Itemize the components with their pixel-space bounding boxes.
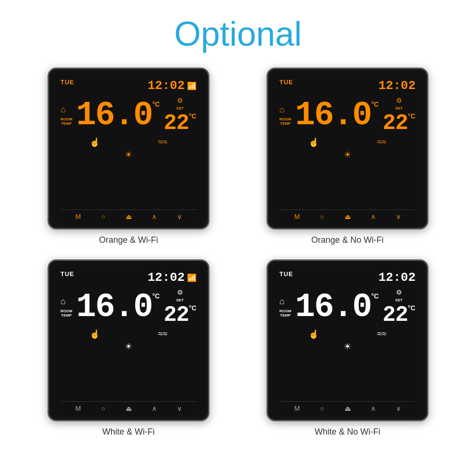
sun-icon: ☀ bbox=[344, 149, 351, 160]
button-down[interactable]: ∨ bbox=[177, 405, 182, 412]
home-icon: ⌂ bbox=[60, 297, 72, 307]
caption-white-wifi: White & Wi-Fi bbox=[102, 427, 155, 437]
button-row: M ○ ⏏ ∧ ∨ bbox=[279, 209, 416, 220]
celsius-set: °C bbox=[408, 112, 416, 120]
thermostat-device-white-no-wifi: TUE 12:02 ⌂ ROOMTEMP 16.0 °C bbox=[267, 259, 428, 421]
celsius-current: °C bbox=[371, 292, 379, 300]
button-down[interactable]: ∨ bbox=[396, 405, 401, 412]
home-icon: ⌂ bbox=[279, 297, 291, 307]
celsius-set: °C bbox=[189, 112, 197, 120]
set-label: SET bbox=[395, 298, 403, 302]
celsius-set: °C bbox=[408, 304, 416, 312]
day-label: TUE bbox=[60, 270, 74, 278]
room-temp-label: ROOMTEMP bbox=[60, 118, 72, 126]
time-wifi: 12:02 📶 bbox=[148, 79, 197, 93]
gear-icon: ⚙ bbox=[177, 97, 183, 104]
current-temp-block: 16.0 °C bbox=[295, 100, 379, 130]
right-section: ⚙ SET 22 °C bbox=[164, 288, 197, 326]
thermostat-cell-white-wifi: TUE 12:02 📶 ⌂ ROOMTEMP 16.0 °C bbox=[29, 259, 228, 437]
gear-icon: ⚙ bbox=[396, 288, 402, 296]
right-section: ⚙ SET 22 °C bbox=[164, 97, 197, 134]
hand-icon: ☝ bbox=[308, 329, 319, 339]
top-row: TUE 12:02 📶 bbox=[60, 270, 197, 285]
set-label: SET bbox=[176, 298, 184, 302]
thermostat-cell-white-no-wifi: TUE 12:02 ⌂ ROOMTEMP 16.0 °C bbox=[248, 259, 447, 437]
time-wifi: 12:02 bbox=[378, 270, 416, 285]
sun-icon: ☀ bbox=[344, 341, 351, 352]
celsius-current: °C bbox=[152, 292, 160, 300]
set-temp: 22 bbox=[383, 112, 408, 134]
sun-icon: ☀ bbox=[125, 149, 132, 160]
thermostat-device-orange-wifi: TUE 12:02 📶 ⌂ ROOMTEMP 16.0 °C bbox=[48, 68, 209, 229]
day-label: TUE bbox=[60, 79, 74, 86]
heat-icon: ≈≈ bbox=[377, 329, 387, 339]
button-clock[interactable]: ○ bbox=[320, 213, 324, 220]
top-row: TUE 12:02 bbox=[279, 270, 416, 285]
caption-orange-no-wifi: Orange & No Wi-Fi bbox=[311, 235, 384, 245]
time-display: 12:02 bbox=[378, 79, 416, 93]
time-wifi: 12:02 📶 bbox=[148, 270, 197, 285]
current-temp: 16.0 bbox=[76, 100, 152, 130]
time-display: 12:02 bbox=[148, 270, 185, 285]
button-up[interactable]: ∧ bbox=[371, 213, 376, 220]
button-up[interactable]: ∧ bbox=[371, 405, 376, 412]
set-label: SET bbox=[395, 106, 403, 110]
button-row: M ○ ⏏ ∧ ∨ bbox=[279, 401, 416, 412]
room-temp-label: ROOMTEMP bbox=[60, 309, 72, 318]
time-display: 12:02 bbox=[378, 270, 416, 285]
gear-icon: ⚙ bbox=[396, 97, 402, 104]
left-icons: ⌂ ROOMTEMP bbox=[60, 297, 72, 318]
caption-orange-wifi: Orange & Wi-Fi bbox=[99, 235, 158, 245]
page-title: Optional bbox=[174, 14, 302, 53]
button-clock[interactable]: ○ bbox=[101, 213, 105, 220]
button-down[interactable]: ∨ bbox=[396, 213, 401, 220]
sun-row: ☀ bbox=[279, 341, 416, 352]
current-temp-block: 16.0 °C bbox=[76, 100, 160, 130]
thermostat-cell-orange-no-wifi: TUE 12:02 ⌂ ROOMTEMP 16.0 °C bbox=[248, 68, 447, 245]
celsius-current: °C bbox=[152, 100, 160, 108]
button-m[interactable]: M bbox=[294, 405, 300, 412]
button-power[interactable]: ⏏ bbox=[126, 213, 132, 220]
current-temp: 16.0 bbox=[76, 292, 152, 322]
current-temp: 16.0 bbox=[295, 100, 371, 130]
thermostat-cell-orange-wifi: TUE 12:02 📶 ⌂ ROOMTEMP 16.0 °C bbox=[29, 68, 228, 245]
room-temp-label: ROOMTEMP bbox=[279, 309, 291, 318]
home-icon: ⌂ bbox=[279, 105, 291, 115]
hand-icon: ☝ bbox=[89, 137, 100, 148]
button-down[interactable]: ∨ bbox=[177, 213, 182, 220]
button-power[interactable]: ⏏ bbox=[126, 405, 132, 412]
device-grid: TUE 12:02 📶 ⌂ ROOMTEMP 16.0 °C bbox=[0, 68, 476, 437]
button-power[interactable]: ⏏ bbox=[345, 405, 351, 412]
button-m[interactable]: M bbox=[75, 405, 81, 412]
button-m[interactable]: M bbox=[75, 213, 81, 220]
screen: TUE 12:02 📶 ⌂ ROOMTEMP 16.0 °C bbox=[60, 79, 197, 209]
top-row: TUE 12:02 📶 bbox=[60, 79, 197, 93]
bottom-icons-screen: ☝ ≈≈ bbox=[279, 137, 416, 148]
thermostat-device-orange-no-wifi: TUE 12:02 ⌂ ROOMTEMP 16.0 °C bbox=[267, 68, 428, 229]
current-temp: 16.0 bbox=[295, 292, 371, 322]
screen: TUE 12:02 📶 ⌂ ROOMTEMP 16.0 °C bbox=[60, 270, 197, 401]
screen: TUE 12:02 ⌂ ROOMTEMP 16.0 °C bbox=[279, 270, 416, 401]
top-row: TUE 12:02 bbox=[279, 79, 416, 93]
sun-row: ☀ bbox=[60, 341, 197, 352]
wifi-icon: 📶 bbox=[187, 273, 197, 282]
left-icons: ⌂ ROOMTEMP bbox=[279, 297, 291, 318]
button-m[interactable]: M bbox=[294, 213, 300, 220]
button-up[interactable]: ∧ bbox=[152, 405, 157, 412]
right-section: ⚙ SET 22 °C bbox=[383, 97, 416, 134]
day-label: TUE bbox=[279, 270, 293, 278]
set-temp: 22 bbox=[164, 112, 189, 134]
celsius-current: °C bbox=[371, 100, 379, 108]
bottom-icons-screen: ☝ ≈≈ bbox=[60, 137, 197, 148]
button-power[interactable]: ⏏ bbox=[345, 213, 351, 220]
hand-icon: ☝ bbox=[89, 329, 100, 339]
middle-section: ⌂ ROOMTEMP 16.0 °C ⚙ SET 22 bbox=[60, 97, 197, 134]
room-temp-label: ROOMTEMP bbox=[279, 118, 291, 126]
button-up[interactable]: ∧ bbox=[152, 213, 157, 220]
button-clock[interactable]: ○ bbox=[320, 405, 324, 412]
screen: TUE 12:02 ⌂ ROOMTEMP 16.0 °C bbox=[279, 79, 416, 209]
current-temp-block: 16.0 °C bbox=[295, 292, 379, 322]
sun-row: ☀ bbox=[279, 149, 416, 160]
home-icon: ⌂ bbox=[60, 105, 72, 115]
button-clock[interactable]: ○ bbox=[101, 405, 105, 412]
